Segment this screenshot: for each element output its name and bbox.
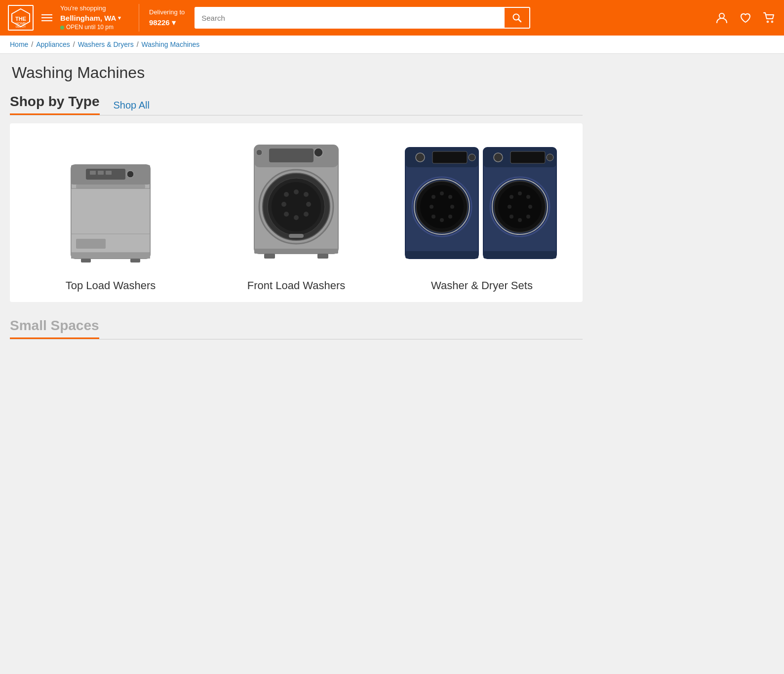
- svg-rect-42: [254, 249, 338, 254]
- small-spaces-title: Small Spaces: [10, 318, 99, 339]
- svg-point-73: [526, 195, 530, 199]
- shop-by-type-section: Shop by Type Shop All: [10, 94, 583, 302]
- shop-by-type-tab[interactable]: Shop by Type: [10, 94, 100, 115]
- search-input[interactable]: [195, 7, 505, 29]
- svg-point-40: [304, 212, 309, 217]
- svg-point-34: [294, 189, 299, 194]
- svg-point-38: [284, 212, 289, 217]
- svg-point-33: [284, 192, 289, 197]
- svg-point-53: [431, 195, 435, 199]
- svg-rect-21: [130, 259, 140, 262]
- search-bar: [195, 7, 530, 29]
- svg-rect-44: [317, 254, 328, 259]
- svg-rect-17: [76, 185, 145, 188]
- store-location: You're shopping Bellingham, WA ▾ OPEN un…: [60, 4, 139, 32]
- search-button[interactable]: [505, 7, 530, 29]
- svg-point-8: [767, 21, 769, 23]
- svg-point-74: [508, 205, 511, 209]
- svg-rect-26: [269, 149, 314, 162]
- main-content: Washing Machines Shop by Type Shop All: [0, 54, 592, 367]
- breadcrumb-appliances[interactable]: Appliances: [36, 40, 70, 48]
- svg-rect-20: [81, 259, 91, 262]
- svg-rect-48: [432, 151, 467, 163]
- section-header: Shop by Type Shop All: [10, 94, 583, 115]
- shopping-label: You're shopping: [60, 4, 131, 13]
- svg-text:HOME: HOME: [16, 22, 26, 25]
- svg-point-59: [440, 218, 444, 222]
- svg-rect-16: [106, 171, 112, 175]
- breadcrumb-sep-2: /: [73, 40, 75, 48]
- svg-rect-23: [76, 239, 106, 249]
- main-header: THE HOME DEPOT You're shopping Bellingha…: [0, 0, 784, 36]
- svg-rect-66: [510, 151, 545, 163]
- small-spaces-header: Small Spaces: [10, 318, 583, 339]
- breadcrumb-washers-dryers[interactable]: Washers & Dryers: [78, 40, 134, 48]
- small-spaces-section: Small Spaces: [10, 318, 583, 339]
- svg-point-76: [510, 215, 513, 219]
- svg-point-58: [431, 215, 435, 219]
- svg-point-7: [719, 13, 724, 18]
- city-name[interactable]: Bellingham, WA ▾: [60, 13, 131, 23]
- header-icons: [715, 11, 776, 25]
- svg-point-39: [294, 215, 299, 220]
- svg-point-75: [528, 205, 532, 209]
- svg-point-71: [510, 195, 513, 199]
- svg-point-65: [494, 153, 503, 162]
- svg-point-13: [127, 171, 134, 178]
- svg-point-49: [469, 154, 475, 161]
- type-cards-container: Top Load Washers: [10, 123, 583, 302]
- svg-line-6: [518, 19, 521, 22]
- svg-point-56: [430, 205, 433, 209]
- search-icon: [512, 13, 522, 23]
- svg-point-54: [440, 191, 444, 195]
- svg-point-47: [416, 153, 425, 162]
- hamburger-menu-icon[interactable]: [41, 14, 52, 21]
- top-load-washer-image: [18, 135, 203, 273]
- svg-point-77: [518, 218, 522, 222]
- top-load-washers-label: Top Load Washers: [66, 279, 156, 292]
- svg-point-72: [518, 191, 522, 195]
- city-chevron-icon: ▾: [118, 14, 121, 22]
- svg-point-57: [450, 205, 454, 209]
- page-title: Washing Machines: [10, 64, 583, 82]
- open-status: OPEN until 10 pm: [60, 23, 131, 32]
- svg-rect-80: [483, 251, 556, 259]
- washer-dryer-sets-label: Washer & Dryer Sets: [431, 279, 533, 292]
- zip-chevron-icon: ▾: [172, 17, 176, 28]
- front-load-washer-image: [203, 135, 389, 273]
- shop-all-link[interactable]: Shop All: [114, 100, 150, 115]
- home-depot-logo[interactable]: THE HOME DEPOT: [8, 5, 34, 31]
- washer-dryer-sets-card[interactable]: Washer & Dryer Sets: [389, 135, 575, 292]
- breadcrumb-washing-machines[interactable]: Washing Machines: [142, 40, 200, 48]
- svg-point-67: [547, 154, 553, 161]
- svg-point-78: [526, 215, 530, 219]
- delivery-location: Delivering to 98226 ▾: [147, 8, 185, 27]
- svg-point-37: [306, 202, 311, 207]
- svg-rect-43: [264, 254, 275, 259]
- account-icon[interactable]: [715, 11, 729, 25]
- front-load-washers-card[interactable]: Front Load Washers: [203, 135, 389, 292]
- svg-point-36: [281, 202, 286, 207]
- svg-point-28: [256, 150, 262, 155]
- wishlist-icon[interactable]: [739, 11, 752, 25]
- svg-point-35: [304, 192, 309, 197]
- top-load-washers-card[interactable]: Top Load Washers: [18, 135, 203, 292]
- breadcrumb-home[interactable]: Home: [10, 40, 28, 48]
- open-dot-icon: [60, 26, 64, 30]
- svg-rect-41: [289, 234, 304, 238]
- svg-text:THE: THE: [15, 16, 26, 22]
- svg-rect-19: [71, 253, 150, 259]
- svg-point-55: [448, 195, 452, 199]
- breadcrumb-sep-1: /: [31, 40, 33, 48]
- breadcrumb-sep-3: /: [137, 40, 139, 48]
- front-load-washers-label: Front Load Washers: [247, 279, 346, 292]
- cart-icon[interactable]: [762, 11, 776, 25]
- breadcrumb: Home / Appliances / Washers & Dryers / W…: [0, 36, 784, 54]
- svg-text:DEPOT: DEPOT: [16, 25, 26, 28]
- svg-rect-14: [90, 171, 96, 175]
- section-divider: [10, 115, 583, 115]
- zip-code[interactable]: 98226 ▾: [149, 17, 185, 28]
- small-spaces-divider: [10, 339, 583, 339]
- svg-rect-62: [405, 251, 478, 259]
- svg-rect-15: [98, 171, 104, 175]
